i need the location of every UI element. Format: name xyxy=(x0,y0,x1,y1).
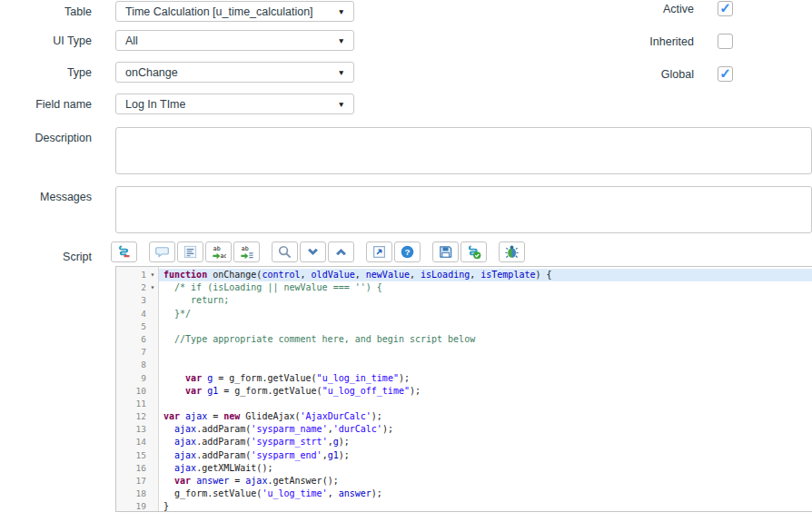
save-button[interactable] xyxy=(432,241,459,262)
code-token: "u_log_in_time" xyxy=(317,373,399,383)
fold-gutter xyxy=(146,294,159,307)
syntax-check-button[interactable] xyxy=(460,241,487,262)
ui-type-select[interactable]: All▼ xyxy=(115,30,354,51)
code-token xyxy=(163,476,174,486)
full-screen-button[interactable] xyxy=(366,241,392,262)
toolbar-group: abacab xyxy=(149,241,262,262)
fold-gutter xyxy=(146,359,159,371)
find-next-icon xyxy=(305,244,321,260)
checkbox-label-active: Active xyxy=(545,3,694,15)
fold-gutter xyxy=(146,346,159,359)
line-number: 15 xyxy=(116,449,146,462)
field-label-description: Description xyxy=(0,132,92,144)
editor-lines: 1▾function onChange(control, oldValue, n… xyxy=(116,267,812,512)
code-token: ajax xyxy=(174,424,196,434)
fold-arrow-icon[interactable]: ▾ xyxy=(146,281,159,294)
line-number: 14 xyxy=(116,436,146,448)
fold-gutter xyxy=(146,385,159,398)
syntax-editor-toggle-button[interactable] xyxy=(111,241,137,262)
code-token: ); xyxy=(339,450,350,460)
code-token: 'durCalc' xyxy=(333,424,382,434)
code-line: 2▾ /* if (isLoading || newValue === '') … xyxy=(116,281,812,294)
code-token: .addParam( xyxy=(196,437,251,447)
inherited-checkbox[interactable] xyxy=(718,34,733,49)
line-number: 18 xyxy=(116,488,146,500)
find-previous-button[interactable] xyxy=(328,241,354,262)
dropdown-caret-icon: ▼ xyxy=(338,35,345,44)
code-token: , xyxy=(470,270,480,280)
line-number: 16 xyxy=(116,462,146,475)
fold-gutter xyxy=(146,449,159,462)
line-number: 4 xyxy=(116,308,146,320)
code-token: ); xyxy=(371,488,382,498)
code-text: }*/ xyxy=(159,308,812,320)
selected-value: onChange xyxy=(125,66,178,79)
description-textarea[interactable] xyxy=(115,127,812,174)
code-line: 12var ajax = new GlideAjax('AjaxDurCalc'… xyxy=(116,410,812,423)
help-button[interactable]: ? xyxy=(394,241,421,262)
code-token: = xyxy=(229,476,245,486)
line-number: 8 xyxy=(116,359,146,371)
type-select[interactable]: onChange▼ xyxy=(115,62,354,83)
line-number: 5 xyxy=(116,320,146,333)
fold-gutter xyxy=(146,488,159,500)
format-code-button[interactable] xyxy=(177,241,203,262)
code-text: g_form.setValue('u_log_time', answer); xyxy=(159,488,812,500)
script-code-editor[interactable]: 1▾function onChange(control, oldValue, n… xyxy=(115,266,812,512)
code-token: /* if (isLoading || newValue === '') { xyxy=(163,282,382,292)
code-text: ajax.getXMLWait(); xyxy=(159,462,812,475)
field-name-select[interactable]: Log In TIme▼ xyxy=(115,94,354,114)
code-token xyxy=(163,437,174,447)
code-token: }*/ xyxy=(163,309,191,319)
code-text: /* if (isLoading || newValue === '') { xyxy=(159,281,812,294)
table-select[interactable]: Time Calculation [u_time_calculation]▼ xyxy=(115,1,354,22)
search-button[interactable] xyxy=(272,241,298,262)
code-token: ); xyxy=(410,386,421,396)
replace-all-button[interactable]: ab xyxy=(233,241,260,262)
code-text: } xyxy=(159,500,812,512)
line-number: 10 xyxy=(116,385,146,398)
save-icon xyxy=(438,244,453,260)
code-line: 9 var g = g_form.getValue("u_log_in_time… xyxy=(116,372,812,385)
svg-text:ab: ab xyxy=(242,245,249,252)
code-text: var ajax = new GlideAjax('AjaxDurCalc'); xyxy=(159,410,812,423)
code-token: GlideAjax( xyxy=(240,411,300,421)
code-text: var g = g_form.getValue("u_log_in_time")… xyxy=(159,372,812,385)
code-line: 5 xyxy=(116,320,812,333)
code-line: 3 return; xyxy=(116,294,812,307)
field-label-field-name: Field name xyxy=(0,98,92,111)
code-token: .addParam( xyxy=(196,424,251,434)
code-token: ajax xyxy=(185,411,207,421)
field-label-script: Script xyxy=(0,251,92,263)
fold-gutter xyxy=(146,423,159,436)
script-debugger-button[interactable] xyxy=(499,241,525,262)
format-code-icon xyxy=(183,244,198,260)
client-script-form: TableTime Calculation [u_time_calculatio… xyxy=(0,0,812,522)
code-token: "u_log_off_time" xyxy=(322,386,410,396)
code-text: return; xyxy=(159,294,812,307)
global-checkbox[interactable]: ✓ xyxy=(718,66,733,82)
messages-textarea[interactable] xyxy=(115,186,812,233)
code-token: 'sysparm_strt' xyxy=(251,437,327,447)
code-token: g_form.setValue( xyxy=(174,488,262,498)
fold-arrow-icon[interactable]: ▾ xyxy=(146,269,159,281)
code-token: ajax xyxy=(245,476,267,486)
find-next-button[interactable] xyxy=(300,241,326,262)
active-checkbox[interactable]: ✓ xyxy=(718,1,733,16)
code-text: //Type appropriate comment here, and beg… xyxy=(159,333,812,346)
line-number: 12 xyxy=(116,410,146,423)
fold-gutter xyxy=(146,436,159,448)
fold-gutter xyxy=(146,398,159,410)
comment-button[interactable] xyxy=(149,241,175,262)
toolbar-group xyxy=(499,241,527,262)
toolbar-group xyxy=(272,241,356,262)
field-label-ui-type: UI Type xyxy=(0,34,92,47)
code-token: ); xyxy=(339,437,350,447)
code-token: 'AjaxDurCalc' xyxy=(301,411,371,421)
code-text xyxy=(159,359,812,371)
line-number: 17 xyxy=(116,475,146,488)
fold-gutter xyxy=(146,500,159,512)
dropdown-caret-icon: ▼ xyxy=(338,99,345,108)
code-text: function onChange(control, oldValue, new… xyxy=(159,269,812,281)
replace-button[interactable]: abac xyxy=(205,241,232,262)
